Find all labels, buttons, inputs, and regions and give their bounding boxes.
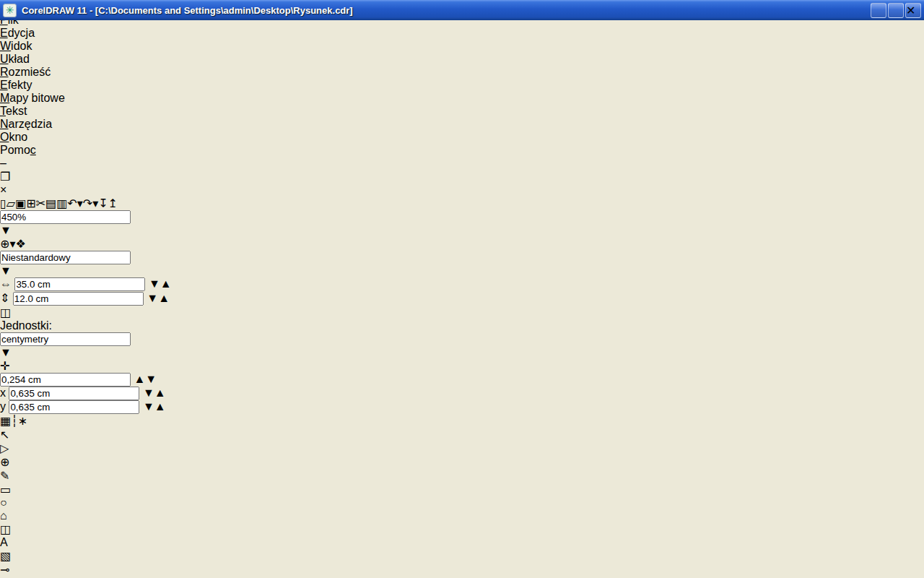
units-input[interactable] [0,332,131,346]
new-document-button[interactable]: ▯ [0,197,6,210]
freehand-tool[interactable]: ✎ [0,469,924,483]
basic-shapes-icon: ◫ [0,523,11,535]
shape-icon: ▷ [0,442,9,454]
workspace: ↖▷⊕✎▭○⌂◫A▧⊸✒⊔◧ ✛ centymetry 234567891011… [0,428,924,578]
print-icon: ⊞ [26,197,35,210]
spin-up-icon[interactable]: ▲ [154,400,166,413]
pick-icon: ↖ [0,428,9,441]
save-icon: ▣ [15,197,26,210]
menu-item-edycja[interactable]: Edycja [0,27,924,40]
pages-icon: ◫ [0,306,11,319]
rectangle-icon: ▭ [0,483,11,496]
spin-down-icon[interactable]: ▼ [143,387,154,399]
open-icon: ▱ [6,197,15,210]
copy-button[interactable]: ▤ [45,197,56,210]
redo-icon: ↷ [83,197,92,210]
text-tool[interactable]: A [0,536,924,549]
duplicate-x-icon: x [0,387,6,399]
cut-icon: ✂ [36,197,45,210]
menu-item-okno[interactable]: Okno [0,131,924,144]
zoom-levels-button[interactable]: ⊕▾ [0,237,15,251]
paper-width-icon: ⇔ [0,277,12,290]
zoom-levels-icon: ⊕ [0,238,9,250]
shape-tool[interactable]: ▷ [0,441,924,455]
units-combo[interactable]: ▼ [0,332,66,359]
child-restore-button[interactable]: ❐ [0,170,924,184]
units-label: Jednostki: [0,319,52,332]
polygon-tool[interactable]: ⌂ [0,509,924,522]
chevron-down-icon[interactable]: ▼ [0,224,12,236]
title-bar: ✳ CorelDRAW 11 - [C:\Documents and Setti… [0,0,924,20]
child-close-button[interactable]: × [0,184,924,197]
spin-up-icon[interactable]: ▲ [154,387,166,399]
spin-down-icon[interactable]: ▼ [147,292,158,304]
nudge-offset-input[interactable] [0,373,131,387]
paste-button[interactable]: ▥ [56,197,67,210]
ellipse-icon: ○ [0,496,7,509]
duplicate-y-icon: y [0,400,6,413]
menu-item-narzedzia[interactable]: Narzędzia [0,118,924,131]
menu-item-tekst[interactable]: Tekst [0,105,924,118]
toolbox: ↖▷⊕✎▭○⌂◫A▧⊸✒⊔◧ [0,428,924,578]
copy-icon: ▤ [45,197,56,210]
menu-items: PlikEdycjaWidokUkładRozmieśćEfektyMapy b… [0,14,924,157]
spin-up-icon[interactable]: ▲ [160,277,172,290]
pick-tool[interactable]: ↖ [0,428,924,441]
preset-style-combo[interactable]: ▼ [0,251,134,277]
menu-bar: ✳ PlikEdycjaWidokUkładRozmieśćEfektyMapy… [0,0,924,197]
menu-item-efekty[interactable]: Efekty [0,79,924,92]
spin-down-icon[interactable]: ▼ [145,373,157,385]
snap-to-guidelines-toggle[interactable]: ┆ [11,414,18,428]
menu-item-pomoc[interactable]: Pomoc [0,144,924,157]
menu-item-widok[interactable]: Widok [0,40,924,53]
duplicate-distance-y-input[interactable] [9,400,139,414]
eyedropper-tool[interactable]: ⊸ [0,563,924,577]
basic-shapes-tool[interactable]: ◫ [0,522,924,536]
ellipse-tool[interactable]: ○ [0,496,924,509]
import-button[interactable]: ↧ [98,197,108,210]
interactive-blend-icon: ▧ [0,550,11,562]
chevron-down-icon: ▾ [77,197,83,210]
chevron-down-icon[interactable]: ▼ [0,346,12,358]
window-title: CorelDRAW 11 - [C:\Documents and Setting… [22,5,353,16]
spin-down-icon[interactable]: ▼ [149,277,160,290]
open-button[interactable]: ▱ [6,197,15,210]
chevron-down-icon: ▾ [9,238,15,250]
close-button[interactable]: ✕ [905,3,921,18]
print-button[interactable]: ⊞ [26,197,35,210]
menu-item-uklad[interactable]: Układ [0,53,924,66]
preset-style-input[interactable] [0,251,131,264]
set-for-all-pages-button[interactable]: ◫ [0,306,924,319]
save-button[interactable]: ▣ [15,197,26,210]
zoom-icon: ⊕ [0,456,9,468]
chevron-down-icon[interactable]: ▼ [0,264,12,277]
menu-item-mapy-bitowe[interactable]: Mapy bitowe [0,92,924,105]
menu-item-rozmiesc[interactable]: Rozmieść [0,66,924,79]
snap-to-objects-toggle[interactable]: ∗ [18,414,27,428]
paste-icon: ▥ [56,197,67,210]
spin-up-icon[interactable]: ▲ [158,292,170,304]
export-button[interactable]: ↥ [108,197,118,210]
zoom-tool[interactable]: ⊕ [0,455,924,469]
zoom-level-combo[interactable]: ▼ [0,210,56,237]
snap-to-objects-icon: ∗ [18,415,27,427]
restore-button[interactable] [888,3,904,18]
snap-to-grid-toggle[interactable]: ▦ [0,414,11,428]
spin-down-icon[interactable]: ▼ [143,400,154,413]
child-minimize-button[interactable]: – [0,157,924,170]
duplicate-distance-x-input[interactable] [9,387,139,400]
spin-up-icon[interactable]: ▲ [134,373,145,385]
interactive-blend-tool[interactable]: ▧ [0,549,924,563]
application-launcher-button[interactable]: ❖ [15,237,25,251]
new-document-icon: ▯ [0,197,6,210]
minimize-button[interactable] [871,3,886,18]
zoom-level-input[interactable] [0,210,131,224]
cut-button[interactable]: ✂ [36,197,45,210]
rectangle-tool[interactable]: ▭ [0,483,924,496]
paper-height-input[interactable] [13,292,144,306]
polygon-icon: ⌂ [0,509,7,522]
redo-button[interactable]: ↷▾ [83,197,98,210]
paper-width-input[interactable] [14,277,145,291]
snap-to-guidelines-icon: ┆ [11,415,18,427]
undo-button[interactable]: ↶▾ [67,197,82,210]
